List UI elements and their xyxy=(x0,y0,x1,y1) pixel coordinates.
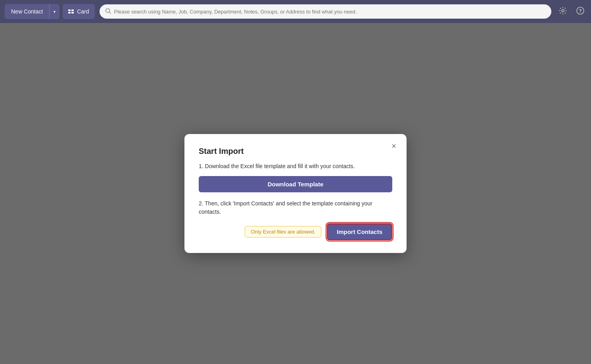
modal-step-1-text: 1. Download the Excel file template and … xyxy=(199,162,392,171)
main-area: × Start Import 1. Download the Excel fil… xyxy=(0,23,591,364)
search-bar xyxy=(100,4,551,19)
modal-footer: Only Excel files are allowed. Import Con… xyxy=(199,223,392,240)
new-contact-dropdown-button[interactable]: ▾ xyxy=(49,4,59,19)
card-button-label: Card xyxy=(77,8,89,15)
excel-only-badge: Only Excel files are allowed. xyxy=(245,226,321,238)
new-contact-group: New Contact ▾ xyxy=(5,4,59,19)
toolbar-right: ? xyxy=(557,6,586,17)
modal-overlay: × Start Import 1. Download the Excel fil… xyxy=(0,23,591,364)
svg-line-1 xyxy=(109,12,111,14)
import-contacts-button[interactable]: Import Contacts xyxy=(327,223,392,240)
svg-point-2 xyxy=(562,10,564,12)
help-button[interactable]: ? xyxy=(574,6,586,17)
modal-title: Start Import xyxy=(199,147,392,156)
new-contact-button[interactable]: New Contact xyxy=(5,4,49,19)
card-view-button[interactable]: Card xyxy=(63,4,94,19)
modal-close-button[interactable]: × xyxy=(388,140,399,151)
settings-button[interactable] xyxy=(557,6,569,17)
card-icon xyxy=(68,9,75,14)
toolbar: New Contact ▾ Card xyxy=(0,0,591,23)
download-template-button[interactable]: Download Template xyxy=(199,176,392,192)
help-icon: ? xyxy=(576,7,584,17)
search-icon xyxy=(105,8,111,15)
modal-step-2-text: 2. Then, click 'Import Contacts' and sel… xyxy=(199,199,392,216)
settings-icon xyxy=(559,7,567,17)
search-input[interactable] xyxy=(114,9,546,15)
start-import-modal: × Start Import 1. Download the Excel fil… xyxy=(184,134,407,253)
svg-text:?: ? xyxy=(579,8,581,14)
